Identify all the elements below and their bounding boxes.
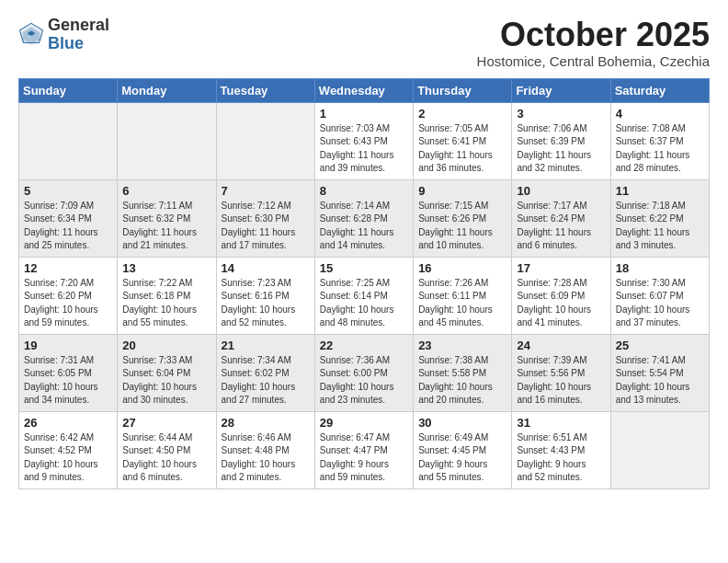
day-info: Sunrise: 7:39 AM Sunset: 5:56 PM Dayligh… <box>517 354 605 408</box>
calendar-week-row: 5Sunrise: 7:09 AM Sunset: 6:34 PM Daylig… <box>19 179 710 257</box>
table-row: 30Sunrise: 6:49 AM Sunset: 4:45 PM Dayli… <box>414 411 512 488</box>
day-info: Sunrise: 7:31 AM Sunset: 6:05 PM Dayligh… <box>24 354 112 408</box>
day-info: Sunrise: 6:44 AM Sunset: 4:50 PM Dayligh… <box>122 431 210 485</box>
day-info: Sunrise: 6:46 AM Sunset: 4:48 PM Dayligh… <box>222 431 310 485</box>
table-row: 27Sunrise: 6:44 AM Sunset: 4:50 PM Dayli… <box>118 411 216 488</box>
calendar-week-row: 19Sunrise: 7:31 AM Sunset: 6:05 PM Dayli… <box>19 334 710 411</box>
day-number: 10 <box>517 184 605 198</box>
table-row: 12Sunrise: 7:20 AM Sunset: 6:20 PM Dayli… <box>19 257 118 334</box>
day-info: Sunrise: 7:33 AM Sunset: 6:04 PM Dayligh… <box>122 354 210 408</box>
day-number: 30 <box>418 416 506 430</box>
table-row: 11Sunrise: 7:18 AM Sunset: 6:22 PM Dayli… <box>610 179 709 257</box>
day-number: 21 <box>222 339 310 352</box>
day-info: Sunrise: 7:20 AM Sunset: 6:20 PM Dayligh… <box>24 277 112 330</box>
table-row: 9Sunrise: 7:15 AM Sunset: 6:26 PM Daylig… <box>414 179 512 257</box>
day-info: Sunrise: 7:03 AM Sunset: 6:43 PM Dayligh… <box>320 122 408 176</box>
table-row: 1Sunrise: 7:03 AM Sunset: 6:43 PM Daylig… <box>314 102 413 179</box>
day-info: Sunrise: 7:11 AM Sunset: 6:32 PM Dayligh… <box>122 200 210 253</box>
day-info: Sunrise: 7:12 AM Sunset: 6:30 PM Dayligh… <box>222 200 310 253</box>
day-number: 11 <box>616 184 704 198</box>
day-number: 16 <box>418 261 506 275</box>
day-number: 18 <box>616 261 704 275</box>
table-row: 7Sunrise: 7:12 AM Sunset: 6:30 PM Daylig… <box>216 179 314 257</box>
header-tuesday: Tuesday <box>216 78 314 102</box>
day-number: 14 <box>222 261 310 275</box>
day-number: 25 <box>616 339 704 352</box>
table-row: 19Sunrise: 7:31 AM Sunset: 6:05 PM Dayli… <box>19 334 118 411</box>
day-info: Sunrise: 6:51 AM Sunset: 4:43 PM Dayligh… <box>517 431 605 485</box>
table-row: 17Sunrise: 7:28 AM Sunset: 6:09 PM Dayli… <box>512 257 610 334</box>
day-number: 15 <box>320 261 408 275</box>
table-row: 3Sunrise: 7:06 AM Sunset: 6:39 PM Daylig… <box>512 102 610 179</box>
table-row: 8Sunrise: 7:14 AM Sunset: 6:28 PM Daylig… <box>314 179 413 257</box>
day-info: Sunrise: 7:38 AM Sunset: 5:58 PM Dayligh… <box>418 354 506 408</box>
table-row <box>19 102 118 179</box>
day-info: Sunrise: 7:28 AM Sunset: 6:09 PM Dayligh… <box>517 277 605 330</box>
day-info: Sunrise: 7:09 AM Sunset: 6:34 PM Dayligh… <box>24 200 112 253</box>
header: General Blue October 2025 Hostomice, Cen… <box>18 17 710 69</box>
table-row: 13Sunrise: 7:22 AM Sunset: 6:18 PM Dayli… <box>118 257 216 334</box>
table-row: 24Sunrise: 7:39 AM Sunset: 5:56 PM Dayli… <box>512 334 610 411</box>
table-row: 20Sunrise: 7:33 AM Sunset: 6:04 PM Dayli… <box>118 334 216 411</box>
calendar-week-row: 1Sunrise: 7:03 AM Sunset: 6:43 PM Daylig… <box>19 102 710 179</box>
table-row: 14Sunrise: 7:23 AM Sunset: 6:16 PM Dayli… <box>216 257 314 334</box>
header-sunday: Sunday <box>19 78 118 102</box>
table-row: 18Sunrise: 7:30 AM Sunset: 6:07 PM Dayli… <box>610 257 709 334</box>
table-row: 4Sunrise: 7:08 AM Sunset: 6:37 PM Daylig… <box>610 102 709 179</box>
day-number: 19 <box>24 339 112 352</box>
table-row: 28Sunrise: 6:46 AM Sunset: 4:48 PM Dayli… <box>216 411 314 488</box>
day-info: Sunrise: 7:22 AM Sunset: 6:18 PM Dayligh… <box>122 277 210 330</box>
logo-text: General Blue <box>48 17 109 53</box>
day-info: Sunrise: 7:36 AM Sunset: 6:00 PM Dayligh… <box>320 354 408 408</box>
day-info: Sunrise: 7:14 AM Sunset: 6:28 PM Dayligh… <box>320 200 408 253</box>
header-wednesday: Wednesday <box>314 78 413 102</box>
day-number: 2 <box>418 107 506 121</box>
day-number: 26 <box>24 416 112 430</box>
day-info: Sunrise: 7:30 AM Sunset: 6:07 PM Dayligh… <box>616 277 704 330</box>
day-info: Sunrise: 7:15 AM Sunset: 6:26 PM Dayligh… <box>418 200 506 253</box>
day-number: 22 <box>320 339 408 352</box>
table-row: 31Sunrise: 6:51 AM Sunset: 4:43 PM Dayli… <box>512 411 610 488</box>
table-row: 15Sunrise: 7:25 AM Sunset: 6:14 PM Dayli… <box>314 257 413 334</box>
calendar-week-row: 12Sunrise: 7:20 AM Sunset: 6:20 PM Dayli… <box>19 257 710 334</box>
logo-general: General <box>48 17 109 35</box>
header-friday: Friday <box>512 78 610 102</box>
day-number: 6 <box>122 184 210 198</box>
day-info: Sunrise: 7:26 AM Sunset: 6:11 PM Dayligh… <box>418 277 506 330</box>
day-number: 27 <box>122 416 210 430</box>
day-number: 12 <box>24 261 112 275</box>
table-row <box>118 102 216 179</box>
table-row: 16Sunrise: 7:26 AM Sunset: 6:11 PM Dayli… <box>414 257 512 334</box>
day-info: Sunrise: 7:23 AM Sunset: 6:16 PM Dayligh… <box>222 277 310 330</box>
day-number: 3 <box>517 107 605 121</box>
day-info: Sunrise: 6:47 AM Sunset: 4:47 PM Dayligh… <box>320 431 408 485</box>
day-info: Sunrise: 7:06 AM Sunset: 6:39 PM Dayligh… <box>517 122 605 176</box>
title-block: October 2025 Hostomice, Central Bohemia,… <box>477 17 710 69</box>
day-number: 24 <box>517 339 605 352</box>
day-info: Sunrise: 6:42 AM Sunset: 4:52 PM Dayligh… <box>24 431 112 485</box>
table-row: 23Sunrise: 7:38 AM Sunset: 5:58 PM Dayli… <box>414 334 512 411</box>
table-row: 25Sunrise: 7:41 AM Sunset: 5:54 PM Dayli… <box>610 334 709 411</box>
day-number: 13 <box>122 261 210 275</box>
day-number: 29 <box>320 416 408 430</box>
day-info: Sunrise: 7:17 AM Sunset: 6:24 PM Dayligh… <box>517 200 605 253</box>
day-number: 5 <box>24 184 112 198</box>
day-number: 31 <box>517 416 605 430</box>
table-row: 10Sunrise: 7:17 AM Sunset: 6:24 PM Dayli… <box>512 179 610 257</box>
day-info: Sunrise: 7:08 AM Sunset: 6:37 PM Dayligh… <box>616 122 704 176</box>
day-number: 17 <box>517 261 605 275</box>
logo-blue: Blue <box>48 35 109 53</box>
month-title: October 2025 <box>477 17 710 53</box>
day-info: Sunrise: 7:41 AM Sunset: 5:54 PM Dayligh… <box>616 354 704 408</box>
day-info: Sunrise: 6:49 AM Sunset: 4:45 PM Dayligh… <box>418 431 506 485</box>
day-number: 23 <box>418 339 506 352</box>
table-row <box>216 102 314 179</box>
day-number: 20 <box>122 339 210 352</box>
table-row: 2Sunrise: 7:05 AM Sunset: 6:41 PM Daylig… <box>414 102 512 179</box>
table-row: 21Sunrise: 7:34 AM Sunset: 6:02 PM Dayli… <box>216 334 314 411</box>
location: Hostomice, Central Bohemia, Czechia <box>477 53 710 69</box>
calendar-week-row: 26Sunrise: 6:42 AM Sunset: 4:52 PM Dayli… <box>19 411 710 488</box>
table-row: 6Sunrise: 7:11 AM Sunset: 6:32 PM Daylig… <box>118 179 216 257</box>
table-row: 22Sunrise: 7:36 AM Sunset: 6:00 PM Dayli… <box>314 334 413 411</box>
day-number: 1 <box>320 107 408 121</box>
